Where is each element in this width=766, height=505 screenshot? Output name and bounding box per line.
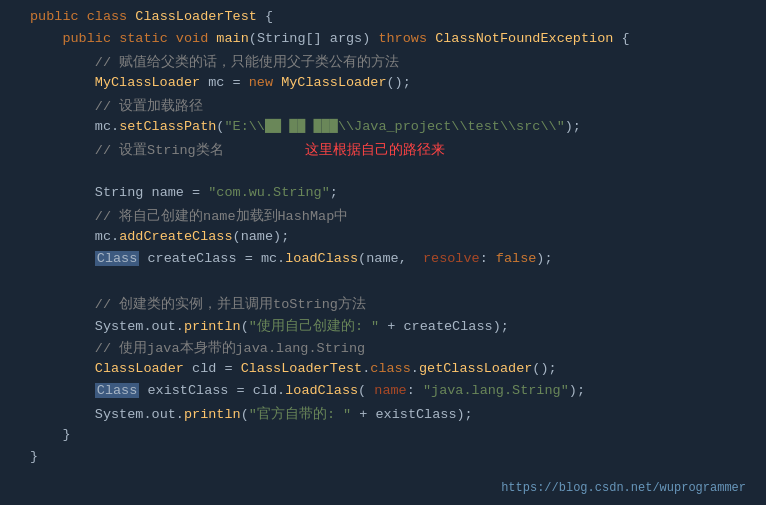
plain-token <box>184 361 192 376</box>
plain-token: args <box>330 31 362 46</box>
plain-token: . <box>143 319 151 334</box>
code-line: // 使用java本身带的java.lang.String <box>0 338 766 360</box>
keyword-token: static <box>119 31 176 46</box>
plain-token: name <box>366 251 398 266</box>
keyword-token: public <box>62 31 119 46</box>
plain-token: (); <box>387 75 411 90</box>
method-token: println <box>184 407 241 422</box>
method-token: addCreateClass <box>119 229 232 244</box>
plain-token: mc <box>95 119 111 134</box>
plain-token: out <box>152 319 176 334</box>
string-token: "使用自己创建的: " <box>249 319 379 334</box>
comment-token: // 设置String类名 <box>95 143 224 158</box>
plain-token: mc <box>95 229 111 244</box>
code-line: // 创建类的实例，并且调用toString方法 <box>0 294 766 316</box>
plain-token: . <box>111 119 119 134</box>
classname-token: ClassNotFoundException <box>435 31 613 46</box>
plain-token: . <box>143 407 151 422</box>
code-editor: public class ClassLoaderTest { public st… <box>0 0 766 505</box>
line-content: // 创建类的实例，并且调用toString方法 <box>0 295 766 313</box>
code-line: System.out.println("使用自己创建的: " + createC… <box>0 316 766 338</box>
plain-token: ); <box>493 319 509 334</box>
plain-token: . <box>411 361 419 376</box>
string-token: ██ ██ ███ <box>265 119 338 134</box>
plain-token: . <box>277 383 285 398</box>
code-line: // 将自己创建的name加载到HashMap中 <box>0 206 766 228</box>
plain-token: System <box>95 319 144 334</box>
method-token: setClassPath <box>119 119 216 134</box>
plain-token: . <box>111 229 119 244</box>
plain-token: ); <box>273 229 289 244</box>
code-line: MyClassLoader mc = new MyClassLoader(); <box>0 74 766 96</box>
line-content: System.out.println("官方自带的: " + existClas… <box>0 405 766 423</box>
plain-token: { <box>613 31 629 46</box>
plain-token: ; <box>330 185 338 200</box>
plain-token: = <box>184 185 208 200</box>
plain-token: ( <box>249 31 257 46</box>
line-content: MyClassLoader mc = new MyClassLoader(); <box>0 75 766 90</box>
plain-token: = <box>228 383 252 398</box>
plain-token: + <box>379 319 403 334</box>
highlighted-token: Class <box>95 383 140 398</box>
code-line: // 设置String类名 这里根据自己的路径来 <box>0 140 766 162</box>
classname-token: MyClassLoader <box>95 75 200 90</box>
keyword-token: new <box>249 75 281 90</box>
throws-keyword: throws <box>378 31 435 46</box>
comment-token: // 创建类的实例，并且调用toString方法 <box>95 297 366 312</box>
line-content: ClassLoader cld = ClassLoaderTest.class.… <box>0 361 766 376</box>
plain-token: ( <box>358 251 366 266</box>
label-token: resolve <box>415 251 480 266</box>
code-line: } <box>0 448 766 470</box>
plain-token: + <box>351 407 375 422</box>
code-line: mc.setClassPath("E:\\██ ██ ███\\Java_pro… <box>0 118 766 140</box>
line-content: mc.setClassPath("E:\\██ ██ ███\\Java_pro… <box>0 119 766 134</box>
plain-token: mc <box>208 75 224 90</box>
line-content: // 赋值给父类的话，只能使用父子类公有的方法 <box>0 53 766 71</box>
keyword-token: class <box>370 361 411 376</box>
string-token: "E:\\ <box>224 119 265 134</box>
line-content: Class createClass = mc.loadClass(name, r… <box>0 251 766 266</box>
line-content: Class existClass = cld.loadClass( name: … <box>0 383 766 398</box>
plain-token: cld <box>253 383 277 398</box>
plain-token: [] <box>305 31 329 46</box>
line-content: public class ClassLoaderTest { <box>0 9 766 24</box>
line-content: } <box>0 449 766 464</box>
plain-token: ( <box>358 383 366 398</box>
line-content: // 将自己创建的name加载到HashMap中 <box>0 207 766 225</box>
line-content: mc.addCreateClass(name); <box>0 229 766 244</box>
plain-token: name <box>152 185 184 200</box>
plain-token: ); <box>457 407 473 422</box>
plain-token: : <box>480 251 488 266</box>
plain-token: String <box>95 185 144 200</box>
annotation-token: 这里根据自己的路径来 <box>305 143 445 158</box>
method-token: println <box>184 319 241 334</box>
keyword-token: void <box>176 31 217 46</box>
plain-token: (); <box>532 361 556 376</box>
plain-token: String <box>257 31 306 46</box>
code-line: System.out.println("官方自带的: " + existClas… <box>0 404 766 426</box>
method-token: main <box>216 31 248 46</box>
line-content: // 使用java本身带的java.lang.String <box>0 339 766 357</box>
classname-token: ClassLoaderTest <box>241 361 363 376</box>
classname-token: ClassLoaderTest <box>135 9 257 24</box>
plain-token: name <box>241 229 273 244</box>
code-line: public static void main(String[] args) t… <box>0 30 766 52</box>
code-lines: public class ClassLoaderTest { public st… <box>0 8 766 470</box>
plain-token: mc <box>261 251 277 266</box>
string-token: "java.lang.String" <box>415 383 569 398</box>
plain-token: = <box>216 361 240 376</box>
plain-token: existClass <box>147 383 228 398</box>
blog-url: https://blog.csdn.net/wuprogrammer <box>501 481 746 495</box>
plain-token: = <box>224 75 248 90</box>
code-line: Class existClass = cld.loadClass( name: … <box>0 382 766 404</box>
highlighted-token: Class <box>95 251 140 266</box>
line-content: String name = "com.wu.String"; <box>0 185 766 200</box>
plain-token: ); <box>569 383 585 398</box>
plain-token: ( <box>241 407 249 422</box>
plain-token: ) <box>362 31 378 46</box>
code-line <box>0 162 766 184</box>
line-content: System.out.println("使用自己创建的: " + createC… <box>0 317 766 335</box>
line-content: // 设置String类名 这里根据自己的路径来 <box>0 141 766 159</box>
plain-token: ); <box>565 119 581 134</box>
code-line: ClassLoader cld = ClassLoaderTest.class.… <box>0 360 766 382</box>
